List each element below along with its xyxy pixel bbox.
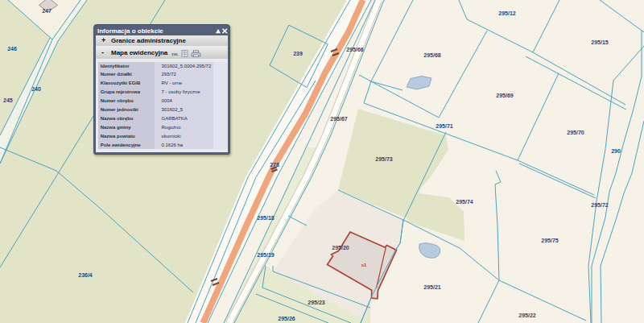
svg-text:295/22: 295/22 — [518, 313, 536, 318]
svg-text:295/23: 295/23 — [308, 300, 325, 305]
svg-text:278: 278 — [270, 162, 279, 168]
svg-text:295/67: 295/67 — [330, 116, 348, 122]
svg-text:s1: s1 — [361, 263, 367, 267]
svg-text:295/70: 295/70 — [567, 130, 584, 135]
svg-text:236/4: 236/4 — [78, 272, 93, 278]
svg-text:XML: XML — [171, 52, 179, 56]
svg-text:295/74: 295/74 — [456, 199, 473, 205]
svg-text:295/21: 295/21 — [423, 284, 441, 290]
svg-text:295/26: 295/26 — [278, 316, 295, 321]
svg-text:245: 245 — [3, 97, 13, 103]
svg-text:295/12: 295/12 — [498, 10, 516, 16]
svg-text:295/19: 295/19 — [257, 252, 275, 258]
svg-text:295/66: 295/66 — [346, 47, 364, 52]
svg-text:240: 240 — [31, 86, 41, 92]
svg-text:295/68: 295/68 — [423, 52, 441, 58]
svg-text:295/20: 295/20 — [332, 245, 349, 251]
svg-text:295/73: 295/73 — [375, 156, 393, 162]
svg-text:295/18: 295/18 — [257, 215, 275, 221]
svg-text:247: 247 — [42, 8, 52, 14]
svg-text:295/15: 295/15 — [591, 39, 609, 45]
svg-text:239: 239 — [293, 51, 303, 56]
svg-text:295/75: 295/75 — [541, 238, 559, 243]
svg-text:290: 290 — [611, 148, 621, 154]
svg-text:295/72: 295/72 — [591, 202, 609, 208]
svg-text:295/69: 295/69 — [496, 93, 514, 98]
svg-text:295/71: 295/71 — [436, 123, 453, 129]
svg-text:246: 246 — [7, 46, 17, 52]
